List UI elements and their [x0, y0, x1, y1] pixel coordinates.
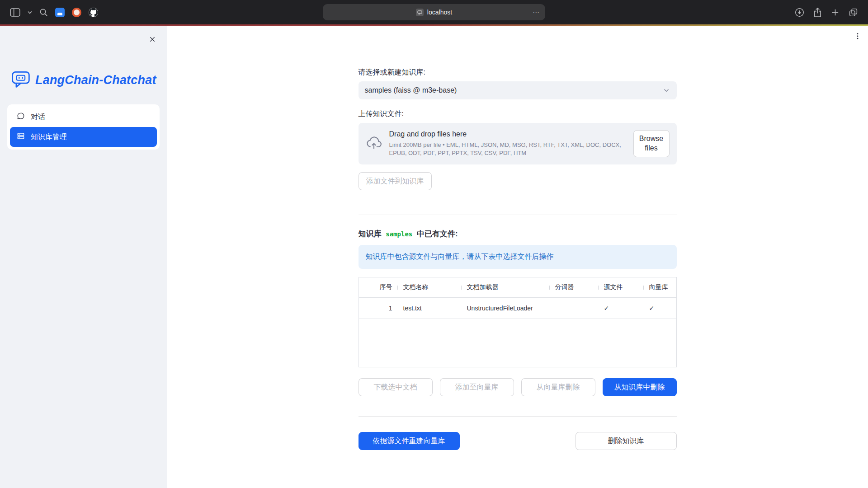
share-icon[interactable]	[813, 8, 822, 17]
kb-select-value: samples (faiss @ m3e-base)	[365, 86, 457, 94]
page-menu-icon[interactable]: ⋯	[533, 8, 540, 16]
cell-loader: UnstructuredFileLoader	[462, 305, 550, 312]
toolbar-left-group	[10, 8, 98, 17]
column-header-loader[interactable]: 文档加载器	[462, 283, 550, 291]
kb-select-label: 请选择或新建知识库:	[359, 68, 677, 77]
sidebar-menu: 对话 知识库管理	[7, 104, 160, 150]
dropzone-title: Drag and drop files here	[389, 130, 626, 138]
file-dropzone[interactable]: Drag and drop files here Limit 200MB per…	[359, 123, 677, 164]
menu-item-label: 知识库管理	[31, 132, 67, 142]
files-table: 序号 文档名称 文档加载器 分词器 源文件 向量库 1 test.txt Uns…	[359, 277, 677, 367]
table-actions-row: 下载选中文档 添加至向量库 从向量库删除 从知识库中删除	[359, 378, 677, 396]
main-content: 请选择或新建知识库: samples (faiss @ m3e-base) 上传…	[167, 26, 868, 488]
page-content: 请选择或新建知识库: samples (faiss @ m3e-base) 上传…	[359, 26, 677, 450]
info-text: 知识库中包含源文件与向量库，请从下表中选择文件后操作	[366, 253, 554, 260]
info-alert: 知识库中包含源文件与向量库，请从下表中选择文件后操作	[359, 245, 677, 269]
logo-text: LangChain-Chatchat	[35, 73, 156, 87]
column-header-vector[interactable]: 向量库	[644, 283, 676, 291]
tab-overview-icon[interactable]	[849, 8, 858, 17]
cell-name: test.txt	[398, 305, 462, 312]
dropzone-limit: Limit 200MB per file • EML, HTML, JSON, …	[389, 141, 624, 157]
delete-from-kb-button[interactable]: 从知识库中删除	[603, 378, 677, 396]
remove-from-vector-button[interactable]: 从向量库删除	[521, 378, 595, 396]
files-heading: 知识库 samples 中已有文件:	[359, 229, 677, 239]
app-menu-icon[interactable]	[854, 32, 862, 40]
column-header-splitter[interactable]: 分词器	[550, 283, 599, 291]
chat-bubble-icon	[17, 112, 25, 122]
divider	[359, 215, 677, 215]
address-bar[interactable]: localhost ⋯	[323, 4, 545, 20]
column-header-name[interactable]: 文档名称	[398, 283, 462, 291]
kb-actions-row: 依据源文件重建向量库 删除知识库	[359, 432, 677, 450]
search-icon[interactable]	[39, 8, 48, 17]
sidebar-close-button[interactable]	[147, 34, 158, 45]
browse-files-button[interactable]: Browse files	[633, 130, 670, 157]
rebuild-vector-button[interactable]: 依据源文件重建向量库	[359, 432, 460, 450]
table-header-row: 序号 文档名称 文档加载器 分词器 源文件 向量库	[359, 277, 676, 298]
files-heading-suffix: 中已有文件:	[415, 230, 458, 238]
app-window: LangChain-Chatchat 对话 知识库管理 请选择或新建知识库:	[0, 26, 868, 488]
dropzone-text: Drag and drop files here Limit 200MB per…	[389, 130, 626, 157]
chat-logo-icon	[11, 69, 31, 91]
toolbar-right-group	[795, 8, 858, 17]
pinned-tab-github-icon[interactable]	[89, 8, 98, 17]
menu-item-label: 对话	[31, 113, 45, 122]
files-heading-prefix: 知识库	[359, 230, 384, 238]
add-files-button[interactable]: 添加文件到知识库	[359, 172, 432, 190]
upload-label: 上传知识文件:	[359, 109, 677, 119]
database-icon	[17, 132, 25, 142]
cell-vector-check: ✓	[644, 305, 676, 312]
browser-toolbar: localhost ⋯	[0, 0, 868, 24]
cloud-upload-icon	[366, 136, 382, 152]
new-tab-icon[interactable]	[831, 8, 840, 17]
menu-item-chat[interactable]: 对话	[10, 107, 157, 127]
url-text: localhost	[427, 9, 452, 16]
sidebar: LangChain-Chatchat 对话 知识库管理	[0, 26, 167, 488]
menu-item-kb-management[interactable]: 知识库管理	[10, 127, 157, 147]
add-to-vector-button[interactable]: 添加至向量库	[440, 378, 514, 396]
pinned-tab-blue-icon[interactable]	[55, 8, 65, 17]
table-row[interactable]: 1 test.txt UnstructuredFileLoader ✓ ✓	[359, 298, 676, 319]
delete-kb-button[interactable]: 删除知识库	[576, 432, 677, 450]
download-selected-button[interactable]: 下载选中文档	[359, 378, 433, 396]
cell-index: 1	[359, 305, 398, 312]
kb-name-code: samples	[383, 230, 415, 238]
pinned-tab-orange-icon[interactable]	[72, 8, 81, 17]
column-header-source[interactable]: 源文件	[599, 283, 644, 291]
chevron-down-icon	[662, 86, 670, 94]
kb-select[interactable]: samples (faiss @ m3e-base)	[359, 81, 677, 99]
column-header-index[interactable]: 序号	[359, 283, 398, 291]
sidebar-toggle-icon[interactable]	[10, 8, 20, 17]
downloads-icon[interactable]	[795, 8, 804, 17]
sidebar-chevron-down-icon[interactable]	[28, 11, 32, 14]
divider	[359, 416, 677, 417]
app-logo: LangChain-Chatchat	[0, 26, 167, 91]
site-favicon	[416, 9, 424, 16]
cell-source-check: ✓	[599, 305, 644, 312]
